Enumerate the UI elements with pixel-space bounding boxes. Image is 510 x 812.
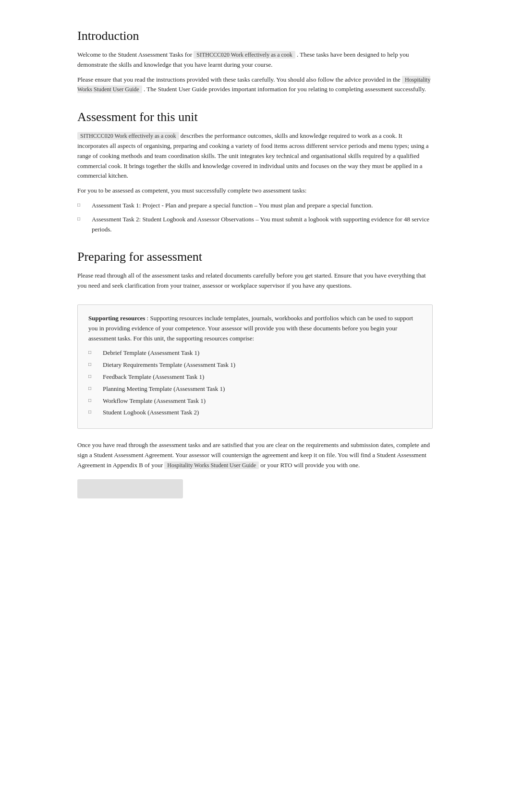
after-box-para: Once you have read through the assessmen… (77, 440, 433, 470)
resource-item-2: Dietary Requirements Template (Assessmen… (103, 360, 422, 370)
supporting-resources-list: □ Debrief Template (Assessment Task 1) □… (88, 348, 422, 418)
supporting-resources-box: Supporting resources : Supporting resour… (77, 304, 433, 429)
assessment-tasks-list: □ Assessment Task 1: Project - Plan and … (77, 201, 433, 234)
list-item: □ Debrief Template (Assessment Task 1) (88, 348, 422, 358)
bullet-icon: □ (88, 385, 97, 392)
hospitality-guide-link-2[interactable]: Hospitality Works Student User Guide (164, 461, 259, 469)
bullet-icon: □ (88, 397, 97, 404)
resource-item-6: Student Logbook (Assessment Task 2) (103, 408, 422, 418)
bullet-icon: □ (88, 373, 97, 380)
resource-item-4: Planning Meeting Template (Assessment Ta… (103, 384, 422, 394)
bullet-icon: □ (77, 201, 86, 209)
bullet-icon: □ (88, 349, 97, 356)
introduction-para1: Welcome to the Student Assessment Tasks … (77, 50, 433, 70)
assessment-unit-para2: For you to be assessed as competent, you… (77, 186, 433, 196)
assessment-unit-para1: SITHCCC020 Work effectively as a cook de… (77, 131, 433, 181)
list-item: □ Assessment Task 2: Student Logbook and… (77, 215, 433, 235)
bullet-icon: □ (88, 408, 97, 416)
page-container: Introduction Welcome to the Student Asse… (58, 0, 452, 537)
list-item: □ Student Logbook (Assessment Task 2) (88, 408, 422, 418)
sithccc020-link-1[interactable]: SITHCCC020 Work effectively as a cook (194, 51, 295, 59)
bullet-icon: □ (88, 361, 97, 368)
supporting-resources-text: Supporting resources : Supporting resour… (88, 314, 422, 343)
supporting-resources-label: Supporting resources (88, 315, 145, 322)
preparing-para1: Please read through all of the assessmen… (77, 271, 433, 291)
introduction-heading: Introduction (77, 29, 433, 43)
introduction-para2: Please ensure that you read the instruct… (77, 75, 433, 95)
resource-item-1: Debrief Template (Assessment Task 1) (103, 348, 422, 358)
sithccc020-link-2[interactable]: SITHCCC020 Work effectively as a cook (77, 132, 179, 140)
bottom-image-placeholder (77, 479, 183, 498)
list-item: □ Feedback Template (Assessment Task 1) (88, 372, 422, 382)
list-item: □ Assessment Task 1: Project - Plan and … (77, 201, 433, 211)
list-item: □ Dietary Requirements Template (Assessm… (88, 360, 422, 370)
bullet-icon: □ (77, 215, 86, 223)
preparing-heading: Preparing for assessment (77, 250, 433, 264)
resource-item-5: Workflow Template (Assessment Task 1) (103, 396, 422, 406)
list-item: □ Planning Meeting Template (Assessment … (88, 384, 422, 394)
list-item: □ Workflow Template (Assessment Task 1) (88, 396, 422, 406)
assessment-unit-heading: Assessment for this unit (77, 110, 433, 124)
task-2-text: Assessment Task 2: Student Logbook and A… (92, 215, 433, 235)
task-1-text: Assessment Task 1: Project - Plan and pr… (92, 201, 433, 211)
resource-item-3: Feedback Template (Assessment Task 1) (103, 372, 422, 382)
